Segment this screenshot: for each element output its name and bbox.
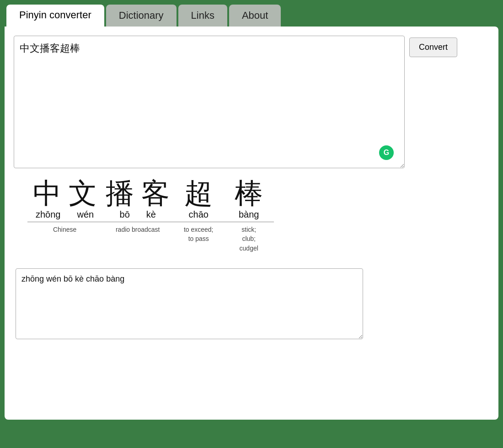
hanzi-ke: 客 bbox=[138, 179, 173, 208]
chinese-input[interactable]: 中文播客超棒 bbox=[14, 36, 405, 168]
pinyin-wen: wén bbox=[69, 208, 102, 220]
pinyin-bo: bō bbox=[112, 208, 138, 220]
hanzi-row-boke: 播 客 bbox=[102, 179, 173, 208]
hanzi-bang: 棒 bbox=[231, 179, 267, 208]
tab-bar: Pinyin converter Dictionary Links About bbox=[5, 5, 498, 27]
meaning-zhongwen: Chinese bbox=[53, 225, 76, 234]
pinyin-zhong: zhōng bbox=[27, 208, 69, 220]
pinyin-row-bang: bàng bbox=[224, 208, 274, 222]
pinyin-bang: bàng bbox=[230, 208, 268, 220]
word-block-boke: 播 客 bō kè radio broadcast bbox=[102, 179, 173, 234]
word-block-zhongwen: 中 文 zhōng wén Chinese bbox=[27, 179, 102, 234]
input-area-wrapper: 中文播客超棒 G Convert bbox=[14, 36, 489, 170]
hanzi-wen: 文 bbox=[65, 179, 101, 208]
tab-about[interactable]: About bbox=[229, 5, 281, 27]
textarea-container: 中文播客超棒 G bbox=[14, 36, 405, 170]
app-wrapper: Pinyin converter Dictionary Links About … bbox=[0, 0, 503, 448]
hanzi-chao: 超 bbox=[181, 179, 216, 208]
pinyin-output[interactable]: zhōng wén bō kè chāo bàng bbox=[16, 268, 363, 339]
meaning-boke: radio broadcast bbox=[116, 225, 160, 234]
pinyin-row-chao: chāo bbox=[173, 208, 224, 222]
meaning-bang: stick;club;cudgel bbox=[240, 225, 258, 253]
hanzi-zhong: 中 bbox=[29, 179, 65, 208]
hanzi-row: 中 文 bbox=[29, 179, 101, 208]
hanzi-row-bang: 棒 bbox=[231, 179, 267, 208]
word-block-chao: 超 chāo to exceed;to pass bbox=[173, 179, 224, 244]
main-content: 中文播客超棒 G Convert 中 文 zhōng wén Chinese bbox=[5, 27, 498, 420]
hanzi-bo: 播 bbox=[102, 179, 138, 208]
convert-button[interactable]: Convert bbox=[409, 37, 457, 57]
tab-links[interactable]: Links bbox=[178, 5, 227, 27]
display-section: 中 文 zhōng wén Chinese 播 客 bō kè bbox=[27, 179, 489, 253]
pinyin-row-boke: bō kè bbox=[102, 208, 173, 222]
tab-dictionary[interactable]: Dictionary bbox=[106, 5, 177, 27]
tab-pinyin-converter[interactable]: Pinyin converter bbox=[6, 5, 104, 27]
hanzi-row-chao: 超 bbox=[181, 179, 216, 208]
word-block-bang: 棒 bàng stick;club;cudgel bbox=[224, 179, 274, 253]
pinyin-chao: chāo bbox=[181, 208, 217, 220]
grammarly-icon: G bbox=[379, 145, 394, 160]
pinyin-row-zhongwen: zhōng wén bbox=[27, 208, 102, 222]
meaning-chao: to exceed;to pass bbox=[184, 225, 214, 244]
pinyin-ke: kè bbox=[138, 208, 164, 220]
